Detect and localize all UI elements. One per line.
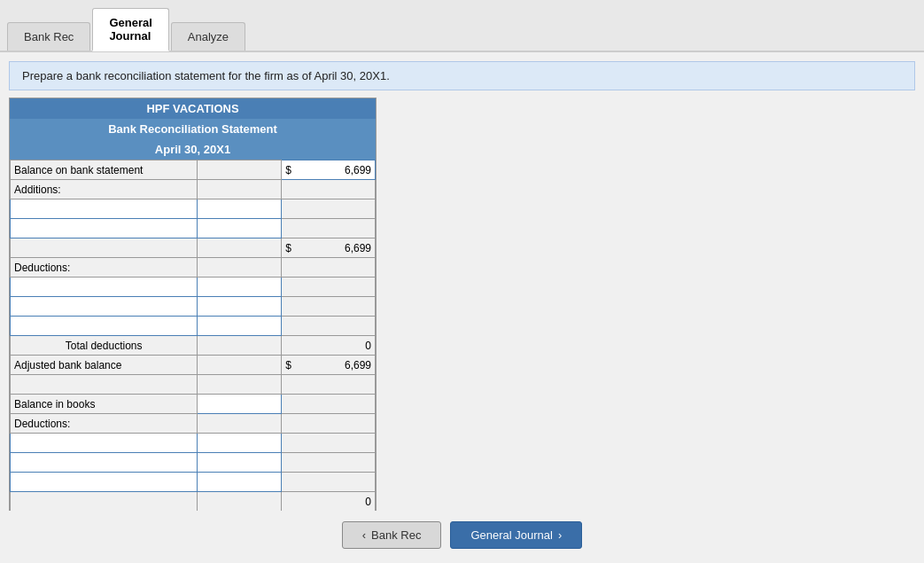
additions-label: Additions: xyxy=(11,180,198,199)
deduction-row-1 xyxy=(11,278,376,297)
deduction-row-2 xyxy=(11,297,376,317)
books-deduction-label-1[interactable] xyxy=(11,434,198,453)
forward-button[interactable]: General Journal › xyxy=(450,521,582,549)
books-deduction-label-input-1[interactable] xyxy=(14,437,193,450)
balance-books-mid-input[interactable] xyxy=(201,398,277,411)
deductions-books-right xyxy=(282,414,376,434)
additions-label-row: Additions: xyxy=(11,180,376,199)
books-deduction-label-3[interactable] xyxy=(11,473,198,492)
balance-bank-row: Balance on bank statement $ 6,699 xyxy=(11,160,376,180)
statement-date: April 30, 20X1 xyxy=(10,139,376,160)
deduction-mid-3[interactable] xyxy=(198,317,282,336)
deductions-label: Deductions: xyxy=(11,258,198,278)
spacer-row-1 xyxy=(11,375,376,395)
deduction-mid-1[interactable] xyxy=(198,278,282,297)
statement-title: Bank Reconciliation Statement xyxy=(10,119,376,139)
additions-mid xyxy=(198,180,282,199)
books-deduction-mid-input-1[interactable] xyxy=(201,437,277,450)
total-deductions-row: Total deductions 0 xyxy=(11,336,376,356)
addition-right-2 xyxy=(282,219,376,238)
adjusted-bank-mid xyxy=(198,356,282,375)
adjusted-bank-balance-row: Adjusted bank balance $ 6,699 xyxy=(11,356,376,375)
additions-right xyxy=(282,180,376,199)
addition-right-1 xyxy=(282,199,376,219)
balance-bank-value-cell[interactable]: $ 6,699 xyxy=(282,160,376,180)
books-total-deductions-value: 0 xyxy=(282,492,376,512)
balance-books-right xyxy=(282,395,376,414)
books-deduction-row-3 xyxy=(11,473,376,492)
deduction-label-1[interactable] xyxy=(11,278,198,297)
subtotal-additions-mid xyxy=(198,238,282,258)
books-deduction-right-1 xyxy=(282,434,376,453)
total-deductions-label: Total deductions xyxy=(11,336,198,356)
chevron-left-icon: ‹ xyxy=(362,528,366,542)
balance-books-row: Balance in books xyxy=(11,395,376,414)
tab-general-journal[interactable]: GeneralJournal xyxy=(92,8,168,51)
deductions-books-mid xyxy=(198,414,282,434)
books-total-deductions-label xyxy=(11,492,198,512)
books-deduction-right-2 xyxy=(282,453,376,473)
addition-mid-2[interactable] xyxy=(198,219,282,238)
tab-analyze[interactable]: Analyze xyxy=(171,22,245,51)
deduction-mid-input-3[interactable] xyxy=(201,320,277,332)
instruction-bar: Prepare a bank reconciliation statement … xyxy=(9,61,915,90)
books-deduction-label-input-3[interactable] xyxy=(14,476,193,489)
company-name: HPF VACATIONS xyxy=(10,98,376,119)
books-deduction-label-input-2[interactable] xyxy=(14,457,193,469)
bottom-nav: ‹ Bank Rec General Journal › xyxy=(0,511,924,563)
subtotal-additions-row: $ 6,699 xyxy=(11,238,376,258)
subtotal-additions-value: $ 6,699 xyxy=(282,238,376,258)
books-deduction-mid-input-3[interactable] xyxy=(201,476,277,489)
books-total-deductions-mid xyxy=(198,492,282,512)
balance-books-label: Balance in books xyxy=(11,395,198,414)
addition-mid-input-1[interactable] xyxy=(201,203,277,215)
deduction-right-2 xyxy=(282,297,376,317)
back-button[interactable]: ‹ Bank Rec xyxy=(342,521,442,549)
deduction-row-3 xyxy=(11,317,376,336)
total-deductions-value: 0 xyxy=(282,336,376,356)
deduction-label-3[interactable] xyxy=(11,317,198,336)
total-deductions-mid xyxy=(198,336,282,356)
addition-label-1[interactable] xyxy=(11,199,198,219)
deduction-label-input-2[interactable] xyxy=(14,301,193,313)
deductions-books-label-row: Deductions: xyxy=(11,414,376,434)
deduction-right-3 xyxy=(282,317,376,336)
addition-label-input-1[interactable] xyxy=(14,203,193,215)
statement-container: HPF VACATIONS Bank Reconciliation Statem… xyxy=(9,98,377,532)
deduction-right-1 xyxy=(282,278,376,297)
chevron-right-icon: › xyxy=(558,528,562,542)
deduction-mid-input-2[interactable] xyxy=(201,301,277,313)
books-total-deductions-row: 0 xyxy=(11,492,376,512)
deduction-label-input-1[interactable] xyxy=(14,281,193,293)
balance-bank-label: Balance on bank statement xyxy=(11,160,198,180)
balance-bank-mid xyxy=(198,160,282,180)
statement-table: Balance on bank statement $ 6,699 Additi… xyxy=(10,160,376,531)
adjusted-bank-value: $ 6,699 xyxy=(282,356,376,375)
books-deduction-row-1 xyxy=(11,434,376,453)
tab-bank-rec[interactable]: Bank Rec xyxy=(7,22,90,51)
adjusted-bank-label: Adjusted bank balance xyxy=(11,356,198,375)
deductions-right xyxy=(282,258,376,278)
subtotal-additions-label xyxy=(11,238,198,258)
addition-mid-1[interactable] xyxy=(198,199,282,219)
addition-row-2 xyxy=(11,219,376,238)
books-deduction-mid-input-2[interactable] xyxy=(201,457,277,469)
books-deduction-mid-3[interactable] xyxy=(198,473,282,492)
tabs-bar: Bank Rec GeneralJournal Analyze xyxy=(0,0,924,52)
books-deduction-label-2[interactable] xyxy=(11,453,198,473)
addition-mid-input-2[interactable] xyxy=(201,223,277,235)
books-deduction-row-2 xyxy=(11,453,376,473)
deduction-mid-2[interactable] xyxy=(198,297,282,317)
deduction-label-input-3[interactable] xyxy=(14,320,193,332)
addition-label-2[interactable] xyxy=(11,219,198,238)
deduction-mid-input-1[interactable] xyxy=(201,281,277,293)
main-content: HPF VACATIONS Bank Reconciliation Statem… xyxy=(0,98,924,563)
balance-books-mid[interactable] xyxy=(198,395,282,414)
deductions-label-row: Deductions: xyxy=(11,258,376,278)
addition-row-1 xyxy=(11,199,376,219)
deductions-mid xyxy=(198,258,282,278)
deduction-label-2[interactable] xyxy=(11,297,198,317)
books-deduction-mid-2[interactable] xyxy=(198,453,282,473)
addition-label-input-2[interactable] xyxy=(14,223,193,235)
books-deduction-mid-1[interactable] xyxy=(198,434,282,453)
